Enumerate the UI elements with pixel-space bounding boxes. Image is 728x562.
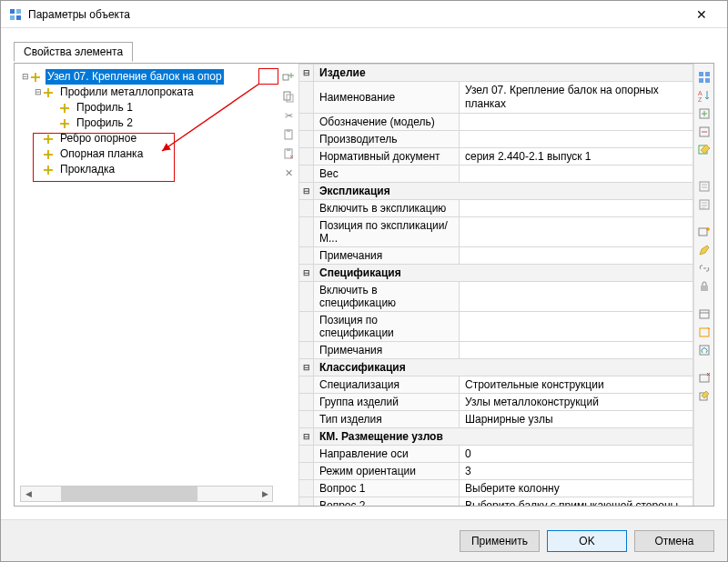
tree-node-label: Профили металлопроката	[58, 85, 196, 100]
object-tree[interactable]: ⊟ Узел 07. Крепление балок на опор ⊟ Про…	[20, 67, 278, 177]
prop-value[interactable]: Выберите балку с примыкающей стороны	[460, 497, 693, 507]
paste-button[interactable]	[279, 125, 298, 144]
tree-node-root[interactable]: ⊟ Узел 07. Крепление балок на опор	[20, 69, 278, 85]
prop-value[interactable]	[460, 200, 693, 217]
node-icon	[44, 88, 56, 97]
apply-button[interactable]: Применить	[460, 530, 540, 552]
tab-properties[interactable]: Свойства элемента	[14, 42, 133, 62]
node-icon	[44, 135, 56, 144]
link-icon[interactable]	[696, 260, 713, 276]
prop-name: Группа изделий	[314, 394, 460, 411]
tree-toolbar: ✂ ✕	[278, 64, 298, 506]
prop-value[interactable]	[460, 166, 693, 183]
lock-icon[interactable]	[696, 278, 713, 295]
prop-name: Позиция по экспликации/М...	[314, 217, 460, 247]
tree-node-label: Профиль 1	[75, 100, 135, 115]
collapse-icon[interactable]: ⊟	[299, 265, 314, 282]
collapse-icon[interactable]: ⊟	[33, 85, 44, 100]
svg-rect-21	[699, 78, 703, 83]
form-icon[interactable]	[696, 178, 713, 195]
cut-button[interactable]: ✂	[279, 106, 298, 125]
delete-button[interactable]: ✕	[279, 164, 298, 182]
copy-button[interactable]	[279, 87, 298, 105]
highlight-icon[interactable]	[696, 324, 713, 340]
prop-name: Производитель	[314, 131, 460, 148]
form-icon[interactable]	[696, 196, 713, 213]
collapse-icon[interactable]: ⊟	[299, 65, 314, 82]
collapse-icon[interactable]: ⊟	[299, 359, 314, 376]
expand-icon[interactable]	[696, 105, 713, 122]
horizontal-scrollbar[interactable]: ◀ ▶	[20, 486, 273, 502]
prop-value[interactable]: Узлы металлоконструкций	[460, 394, 693, 411]
collapse-icon[interactable]: ⊟	[299, 428, 314, 446]
grid-toolbar: AZ	[693, 64, 713, 506]
tree-node-profile2[interactable]: Профиль 2	[20, 115, 278, 131]
sort-az-button[interactable]: AZ	[696, 87, 713, 104]
prop-value[interactable]: Узел 07. Крепление балок на опорных план…	[460, 82, 693, 114]
cancel-button[interactable]: Отмена	[634, 530, 714, 552]
prop-value[interactable]: серия 2.440-2.1 выпуск 1	[460, 148, 693, 166]
collapse-icon[interactable]: ⊟	[20, 69, 31, 85]
property-grid[interactable]: ⊟Изделие НаименованиеУзел 07. Крепление …	[298, 64, 693, 506]
tree-node-rebro[interactable]: Ребро опорное	[20, 131, 278, 146]
edit-button[interactable]	[696, 242, 713, 258]
app-icon	[8, 7, 23, 22]
prop-name: Режим ориентации	[314, 463, 460, 480]
edit-cell-icon[interactable]	[696, 387, 713, 404]
scroll-right-icon[interactable]: ▶	[258, 489, 272, 498]
prop-value[interactable]	[460, 282, 693, 312]
prop-value[interactable]	[460, 217, 693, 247]
svg-rect-32	[700, 310, 709, 318]
svg-point-7	[64, 122, 66, 125]
add-row-button[interactable]	[696, 224, 713, 240]
prop-name: Вопрос 1	[314, 480, 460, 497]
svg-rect-31	[701, 286, 708, 291]
scroll-thumb[interactable]	[61, 487, 197, 501]
tree-node-planka[interactable]: Опорная планка	[20, 146, 278, 162]
prop-name: Включить в спецификацию	[314, 282, 460, 312]
node-icon	[60, 119, 73, 128]
prop-value[interactable]	[460, 247, 693, 265]
prop-value[interactable]: 0	[460, 446, 693, 463]
prop-value[interactable]: Шарнирные узлы	[460, 411, 693, 428]
calendar-icon[interactable]	[696, 306, 713, 322]
scroll-left-icon[interactable]: ◀	[21, 489, 35, 498]
refresh-icon[interactable]	[696, 342, 713, 358]
close-button[interactable]: ✕	[683, 7, 720, 22]
prop-name: Нормативный документ	[314, 148, 460, 166]
add-child-button[interactable]	[279, 68, 298, 86]
window-title: Параметры объекта	[28, 8, 683, 21]
category-view-button[interactable]	[696, 69, 713, 85]
dialog-footer: Применить OK Отмена	[1, 519, 727, 561]
prop-value[interactable]	[460, 131, 693, 148]
section-header: Спецификация	[314, 265, 693, 282]
svg-rect-1	[16, 9, 21, 14]
prop-name: Примечания	[314, 342, 460, 359]
svg-text:A: A	[698, 90, 703, 96]
svg-point-6	[64, 106, 66, 109]
svg-rect-28	[700, 182, 709, 191]
tree-node-profile1[interactable]: Профиль 1	[20, 100, 278, 115]
prop-value[interactable]	[460, 342, 693, 359]
prop-value[interactable]: Строительные конструкции	[460, 376, 693, 394]
remove-icon[interactable]	[696, 369, 713, 386]
prop-name: Вес	[314, 166, 460, 183]
tree-node-label: Узел 07. Крепление балок на опор	[46, 69, 224, 85]
ok-button[interactable]: OK	[547, 530, 627, 552]
paste-special-button[interactable]	[279, 145, 298, 163]
collapse-icon[interactable]	[696, 124, 713, 140]
svg-rect-30	[699, 228, 707, 236]
tree-node-label: Ребро опорное	[58, 131, 138, 146]
edit-table-button[interactable]	[696, 142, 713, 158]
svg-rect-22	[705, 78, 710, 83]
prop-value[interactable]	[460, 312, 693, 342]
svg-point-5	[47, 91, 50, 94]
svg-rect-2	[10, 15, 15, 20]
collapse-icon[interactable]: ⊟	[299, 183, 314, 200]
prop-value[interactable]	[460, 114, 693, 131]
prop-value[interactable]: Выберите колонну	[460, 480, 693, 497]
prop-value[interactable]: 3	[460, 463, 693, 480]
tree-node-prokladka[interactable]: Прокладка	[20, 162, 278, 177]
section-header: Экспликация	[314, 183, 693, 200]
tree-node-profiles[interactable]: ⊟ Профили металлопроката	[20, 85, 278, 100]
